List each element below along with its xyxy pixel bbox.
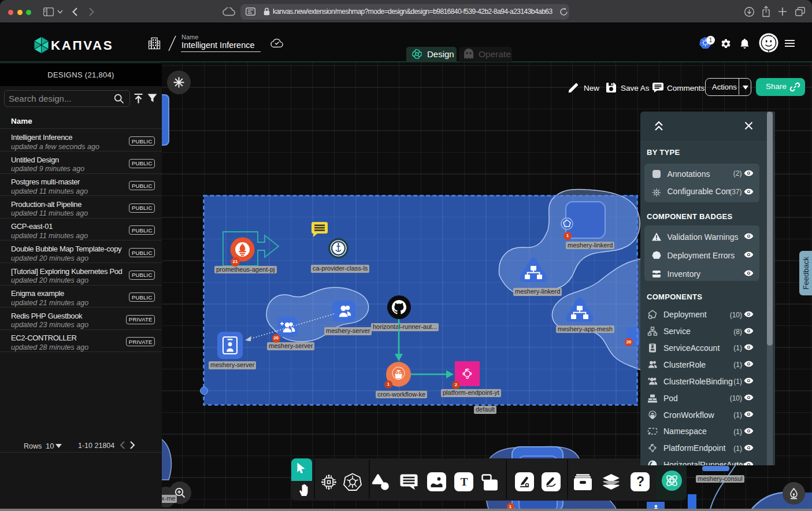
- svg-text:T: T: [460, 477, 468, 487]
- svg-text:?: ?: [636, 476, 644, 488]
